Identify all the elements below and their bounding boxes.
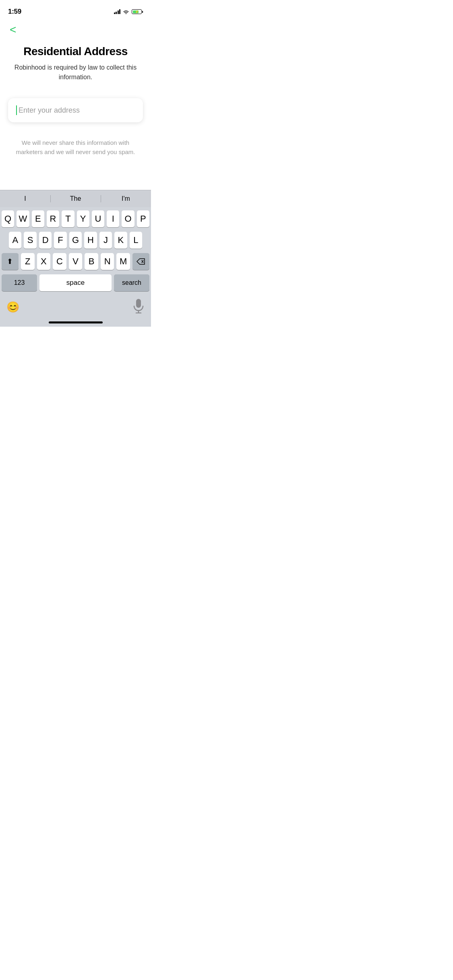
cursor-line: [16, 105, 17, 115]
key-r[interactable]: R: [47, 210, 59, 227]
key-a[interactable]: A: [9, 232, 21, 249]
key-d[interactable]: D: [39, 232, 52, 249]
key-y[interactable]: Y: [77, 210, 89, 227]
emoji-row: 😊: [0, 297, 151, 319]
status-bar: 1:59 ⚡: [0, 0, 151, 18]
key-z[interactable]: Z: [21, 253, 35, 270]
key-row-1: Q W E R T Y U I O P: [2, 210, 149, 227]
home-indicator: [0, 319, 151, 327]
main-content: < Residential Address Robinhood is requi…: [0, 18, 151, 156]
key-s[interactable]: S: [24, 232, 36, 249]
key-b[interactable]: B: [85, 253, 98, 270]
predictive-item-3[interactable]: I'm: [101, 194, 151, 203]
key-o[interactable]: O: [122, 210, 134, 227]
privacy-note: We will never share this information wit…: [8, 138, 143, 156]
keyboard-rows: Q W E R T Y U I O P A S D F G H J K L ⬆ …: [0, 207, 151, 297]
status-time: 1:59: [8, 8, 21, 16]
wifi-icon: [123, 9, 129, 14]
predictive-item-2[interactable]: The: [50, 194, 101, 203]
shift-key[interactable]: ⬆: [2, 253, 19, 270]
key-row-3: ⬆ Z X C V B N M: [2, 253, 149, 270]
key-g[interactable]: G: [69, 232, 82, 249]
page-title: Residential Address: [8, 45, 143, 58]
key-f[interactable]: F: [54, 232, 66, 249]
search-key[interactable]: search: [114, 274, 149, 291]
key-i[interactable]: I: [107, 210, 119, 227]
key-n[interactable]: N: [101, 253, 114, 270]
page-subtitle: Robinhood is required by law to collect …: [8, 63, 143, 82]
address-input-container[interactable]: Enter your address: [8, 98, 143, 122]
key-t[interactable]: T: [62, 210, 74, 227]
battery-icon: ⚡: [132, 9, 143, 14]
key-k[interactable]: K: [114, 232, 127, 249]
back-button[interactable]: <: [8, 23, 18, 37]
key-p[interactable]: P: [137, 210, 149, 227]
key-w[interactable]: W: [17, 210, 29, 227]
svg-rect-0: [136, 299, 141, 308]
dictation-button[interactable]: [132, 299, 145, 315]
signal-icon: [114, 9, 121, 14]
predictive-item-1[interactable]: I: [0, 194, 50, 203]
backspace-key[interactable]: [132, 253, 149, 270]
emoji-button[interactable]: 😊: [6, 301, 19, 313]
numbers-key[interactable]: 123: [2, 274, 37, 291]
key-j[interactable]: J: [99, 232, 112, 249]
key-u[interactable]: U: [92, 210, 104, 227]
keyboard: I The I'm Q W E R T Y U I O P A S D F G …: [0, 190, 151, 327]
key-m[interactable]: M: [116, 253, 130, 270]
space-key[interactable]: space: [39, 274, 112, 291]
address-placeholder: Enter your address: [19, 106, 80, 115]
key-e[interactable]: E: [32, 210, 44, 227]
key-h[interactable]: H: [84, 232, 97, 249]
key-x[interactable]: X: [37, 253, 51, 270]
home-bar: [49, 321, 103, 323]
key-q[interactable]: Q: [2, 210, 14, 227]
key-c[interactable]: C: [53, 253, 66, 270]
key-row-bottom: 123 space search: [2, 274, 149, 291]
key-v[interactable]: V: [69, 253, 83, 270]
back-chevron-icon: <: [10, 23, 16, 36]
predictive-bar: I The I'm: [0, 190, 151, 207]
key-l[interactable]: L: [130, 232, 142, 249]
key-row-2: A S D F G H J K L: [2, 232, 149, 249]
status-icons: ⚡: [114, 9, 143, 14]
